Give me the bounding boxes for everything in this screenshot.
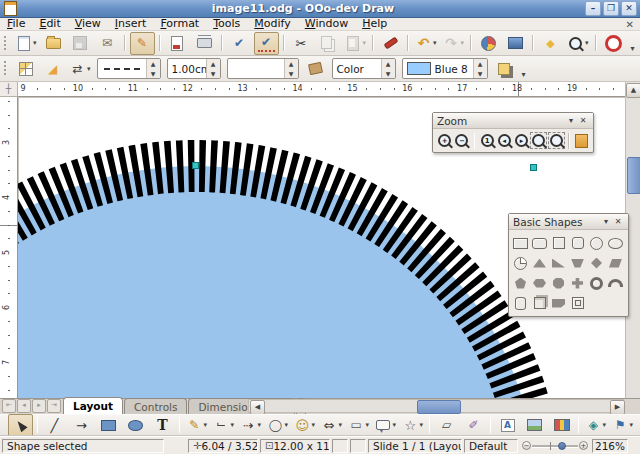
palette-close-icon[interactable]: ✕ [612,217,624,226]
line-dialog-button[interactable]: ◢ [40,57,65,80]
shape-parallelogram-button[interactable] [606,254,625,273]
shape-diamond-button[interactable] [587,254,606,273]
tab-controls[interactable]: Controls [124,398,187,414]
selection-handle-top-right[interactable] [530,164,537,171]
lines-arrows-button[interactable]: ⇢▾ [238,414,263,437]
stars-button[interactable]: ☆▾ [400,414,425,437]
menu-view[interactable]: View [68,18,108,30]
gallery-button[interactable] [549,414,574,437]
shape-rounded-square-button[interactable] [568,234,587,253]
area-dialog-button[interactable] [303,57,328,80]
from-file-button[interactable] [522,414,547,437]
print-button[interactable] [192,32,217,55]
stars-dropdown[interactable]: ▾ [419,421,423,429]
zoom-in-button[interactable]: + [436,131,453,150]
zoom-out-icon[interactable]: − [522,441,531,450]
line-button[interactable]: ╱ [42,414,67,437]
line-color-combo[interactable]: ▲▼ [227,58,299,79]
flowchart-button[interactable]: ▭▾ [346,414,371,437]
zoom-slider[interactable]: − + [522,441,588,451]
area-style-value[interactable]: Color [333,59,381,78]
shape-ellipse-button[interactable] [606,234,625,253]
menu-window[interactable]: Window [298,18,355,30]
close-button[interactable]: ✕ [621,1,637,16]
symbol-shapes-dropdown[interactable]: ▾ [311,421,315,429]
selection-handle-top-center[interactable] [192,162,199,169]
clone-formatting-button[interactable] [378,32,403,55]
scroll-right-icon[interactable]: ▶ [610,400,625,415]
curve-dropdown[interactable]: ▾ [203,421,207,429]
tab-first-button[interactable]: ⇤ [2,399,16,413]
select-button[interactable] [8,414,33,437]
horizontal-scrollbar-thumb[interactable] [417,400,461,414]
glue-points-button[interactable]: ✐ [461,414,486,437]
menu-edit[interactable]: Edit [32,18,67,30]
curve-button[interactable]: ✎▾ [184,414,209,437]
navigator-button[interactable] [503,32,528,55]
line-style-combo[interactable]: ▲▼ [97,58,161,79]
export-pdf-button[interactable] [165,32,190,55]
menu-file[interactable]: File [0,18,32,30]
fill-color-name[interactable]: Blue 8 [435,63,468,75]
cut-button[interactable]: ✂ [289,32,314,55]
tab-next-button[interactable]: ▸ [32,399,46,413]
zoom-page-width-button[interactable] [548,131,565,150]
menu-insert[interactable]: Insert [108,18,154,30]
shape-trapezoid-button[interactable] [568,254,587,273]
zoom-next-button[interactable]: ▸ [513,131,530,150]
shape-frame-button[interactable] [568,294,587,313]
connector-dropdown[interactable]: ▾ [230,421,234,429]
spellcheck-button[interactable]: ✔ [227,32,252,55]
selected-ellipse-shape[interactable] [18,166,534,398]
block-arrows-dropdown[interactable]: ▾ [338,421,342,429]
edit-points-button[interactable]: ▱ [434,414,459,437]
toolbar-overflow-icon[interactable]: ▾ [631,44,635,55]
line-color-spinner[interactable]: ▲▼ [284,59,298,78]
area-style-combo[interactable]: Color ▲▼ [332,58,396,79]
basic-shapes-titlebar[interactable]: Basic Shapes ▾ ✕ [509,214,628,230]
scroll-left-icon[interactable]: ◀ [250,400,265,415]
zoom-in-icon[interactable]: + [579,441,588,450]
styles-button[interactable] [13,57,38,80]
maximize-button[interactable]: ❐ [603,1,619,16]
shape-octagon-button[interactable] [549,274,568,293]
undo-dropdown[interactable]: ▾ [433,39,437,47]
ellipse-button[interactable] [123,414,148,437]
align-button[interactable]: ⚑▾ [610,414,635,437]
zoom-100-button[interactable]: 1 [478,131,495,150]
zoom-dropdown[interactable]: ▾ [585,39,589,47]
symbol-shapes-button[interactable]: ☺▾ [292,414,317,437]
shape-folded-corner-button[interactable] [549,294,568,313]
line-width-field[interactable]: 1.00cm ▲▼ [167,58,221,79]
new-button[interactable]: ▾ [13,32,39,55]
basic-shapes-button[interactable]: ◯▾ [265,414,290,437]
new-dropdown[interactable]: ▾ [33,39,37,47]
menu-help[interactable]: Help [355,18,394,30]
redo-dropdown[interactable]: ▾ [461,39,465,47]
basic-shapes-dropdown[interactable]: ▾ [284,421,288,429]
zoom-previous-button[interactable]: ◂ [496,131,513,150]
paste-dropdown[interactable]: ▾ [363,39,367,47]
line-color-value[interactable] [228,59,284,78]
zoom-button[interactable]: ▾ [565,32,591,55]
zoom-entire-page-button[interactable] [530,131,547,150]
text-button[interactable]: T [150,414,175,437]
horizontal-ruler[interactable]: 910111213141516171819 [18,82,625,97]
shape-circle-pie-button[interactable] [511,254,530,273]
fill-color-combo[interactable]: Blue 8 ▲▼ [402,58,488,79]
open-button[interactable] [41,32,66,55]
vertical-ruler[interactable]: 34567 [0,97,18,398]
palette-close-icon[interactable]: ✕ [577,116,589,125]
shape-square-button[interactable] [549,234,568,253]
flowchart-dropdown[interactable]: ▾ [365,421,369,429]
menu-format[interactable]: Format [153,18,206,30]
shape-rounded-rectangle-button[interactable] [530,234,549,253]
rotate-button[interactable]: ◈▾ [583,414,608,437]
area-style-spinner[interactable]: ▲▼ [381,59,395,78]
palette-menu-icon[interactable]: ▾ [565,116,577,125]
menu-modify[interactable]: Modify [247,18,297,30]
vertical-scrollbar-thumb[interactable] [627,157,640,194]
rotate-dropdown[interactable]: ▾ [602,421,606,429]
align-dropdown[interactable]: ▾ [629,421,633,429]
line-width-spinner[interactable]: ▲▼ [206,59,220,78]
